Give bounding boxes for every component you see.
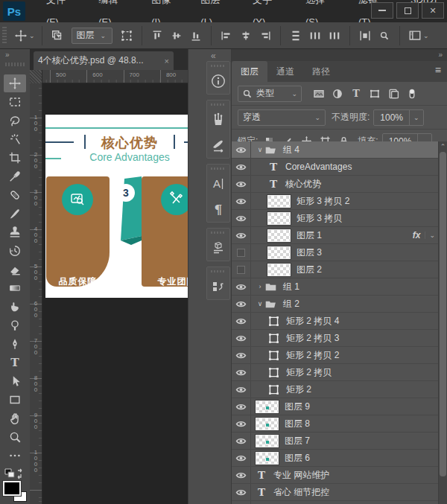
chevron-down-icon[interactable]: ⌄ — [425, 232, 439, 239]
layer-thumbnail[interactable] — [267, 246, 291, 259]
rectangular-marquee-tool[interactable] — [4, 93, 26, 111]
visibility-checkbox[interactable] — [232, 261, 251, 278]
paragraph-panel-icon[interactable]: ¶ — [207, 197, 229, 222]
toolbar-expand-icon[interactable]: » — [5, 51, 9, 59]
layer-thumbnail[interactable] — [256, 418, 279, 430]
visibility-eye-icon[interactable] — [232, 296, 251, 312]
layer-row-省心 细节把控[interactable]: T省心 细节把控 — [232, 484, 439, 501]
clone-source-panel-icon[interactable] — [207, 133, 229, 158]
lasso-tool[interactable] — [4, 112, 26, 130]
eraser-tool[interactable] — [4, 261, 26, 278]
more-tools[interactable] — [4, 447, 26, 465]
layer-row-矩形 3 拷贝[interactable]: 矩形 3 拷贝 — [232, 210, 439, 227]
layer-name[interactable]: 矩形 3 拷贝 2 — [297, 195, 349, 208]
visibility-eye-icon[interactable] — [232, 381, 251, 398]
pen-tool[interactable] — [4, 335, 26, 353]
opacity-field[interactable]: 100% ⌄ — [373, 109, 423, 126]
layer-name[interactable]: 图层 9 — [285, 401, 310, 413]
visibility-eye-icon[interactable] — [232, 141, 251, 158]
layer-name[interactable]: 核心优势 — [285, 178, 321, 191]
show-transform-controls-icon[interactable] — [118, 28, 135, 44]
chevron-down-icon[interactable]: ⌄ — [29, 32, 35, 39]
layer-thumbnail[interactable] — [256, 452, 279, 465]
tab-close-icon[interactable]: × — [165, 57, 169, 66]
foreground-background-swatches[interactable] — [3, 481, 28, 503]
group-collapse-caret[interactable]: ∨ — [256, 146, 264, 153]
canvas-viewport[interactable]: 核心优势 Core Advantages 品质保障 多 — [42, 83, 188, 504]
layer-row-组 1[interactable]: ›组 1 — [232, 278, 439, 296]
hand-tool[interactable] — [4, 409, 26, 427]
layer-row-图层 7[interactable]: 图层 7 — [232, 433, 439, 450]
filter-toggle-icon[interactable] — [405, 88, 419, 100]
ruler-origin-corner[interactable] — [30, 70, 42, 83]
blend-mode-dropdown[interactable]: 穿透⌄ — [238, 109, 326, 126]
visibility-eye-icon[interactable] — [232, 313, 251, 329]
distribute-vertical-icon[interactable] — [288, 28, 304, 44]
maximize-button[interactable] — [396, 2, 419, 19]
layer-row-矩形 2 拷贝 2[interactable]: 矩形 2 拷贝 2 — [232, 347, 439, 364]
layer-row-图层 6[interactable]: 图层 6 — [232, 450, 439, 467]
layer-thumbnail[interactable] — [267, 195, 291, 208]
visibility-eye-icon[interactable] — [232, 176, 251, 192]
auto-select-icon[interactable] — [49, 28, 66, 44]
path-selection-tool[interactable] — [4, 372, 26, 390]
character-panel-icon[interactable]: A — [207, 171, 229, 197]
layer-row-矩形 2 拷贝 3[interactable]: 矩形 2 拷贝 3 — [232, 330, 439, 347]
dock-collapse-icon[interactable]: « — [211, 51, 215, 61]
layer-row-图层 3[interactable]: 图层 3 — [232, 244, 439, 261]
panel-tab-路径[interactable]: 路径 — [303, 61, 339, 82]
layer-row-CoreAdvantages[interactable]: TCoreAdvantages — [232, 159, 439, 176]
adjustment-layer-filter-icon[interactable] — [330, 88, 345, 100]
visibility-eye-icon[interactable] — [232, 364, 251, 380]
toolbar-grip[interactable] — [5, 63, 25, 66]
visibility-eye-icon[interactable] — [232, 415, 251, 432]
scrollbar-thumb[interactable] — [440, 152, 446, 476]
magic-wand-tool[interactable] — [4, 130, 26, 148]
layer-row-专业 网站维护[interactable]: T专业 网站维护 — [232, 467, 439, 484]
align-vertical-centers-icon[interactable] — [168, 28, 185, 44]
panel-expand-icon[interactable]: » — [438, 51, 442, 59]
group-collapse-caret[interactable]: ∨ — [256, 300, 264, 307]
layer-row-图层 1[interactable]: 图层 1fx⌄ — [232, 227, 439, 244]
panel-tab-通道[interactable]: 通道 — [267, 61, 303, 82]
gradient-tool[interactable] — [4, 279, 26, 297]
visibility-eye-icon[interactable] — [232, 501, 251, 504]
distribute-horizontal-icon[interactable] — [307, 28, 323, 44]
options-bar-grip[interactable] — [2, 27, 7, 45]
layer-row-图层 2[interactable]: 图层 2 — [232, 261, 439, 278]
layer-thumbnail[interactable] — [256, 401, 279, 413]
visibility-eye-icon[interactable] — [232, 433, 251, 449]
psd-canvas[interactable]: 核心优势 Core Advantages 品质保障 多 — [45, 115, 188, 298]
visibility-eye-icon[interactable] — [232, 398, 251, 415]
layer-row-核心优势[interactable]: T核心优势 — [232, 176, 439, 193]
crop-tool[interactable] — [4, 149, 26, 167]
shape-layer-filter-icon[interactable] — [367, 88, 382, 100]
layer-name[interactable]: 矩形 2 — [286, 383, 311, 396]
layer-name[interactable]: 组 2 — [283, 298, 299, 310]
3d-panel-icon[interactable] — [207, 235, 229, 261]
group-expand-caret[interactable]: › — [256, 283, 264, 290]
visibility-eye-icon[interactable] — [232, 227, 251, 243]
layer-name[interactable]: 矩形 2 拷贝 3 — [286, 332, 339, 345]
foreground-color-swatch[interactable] — [3, 481, 21, 496]
layer-name[interactable]: 组 4 — [283, 144, 299, 156]
smart-object-filter-icon[interactable] — [386, 88, 401, 100]
workspace-switcher-icon[interactable] — [407, 28, 423, 44]
zoom-tool[interactable] — [4, 428, 26, 446]
layer-row-矩形 2[interactable]: 矩形 2 — [232, 381, 439, 398]
layer-name[interactable]: 矩形 2 拷贝 2 — [286, 349, 339, 362]
layer-name[interactable]: 图层 7 — [285, 435, 310, 447]
layer-row-矩形 3 拷贝 2[interactable]: 矩形 3 拷贝 2 — [232, 193, 439, 210]
layer-thumbnail[interactable] — [267, 264, 291, 276]
scroll-up-icon[interactable]: ⌃ — [439, 143, 447, 150]
layer-name[interactable]: 图层 8 — [285, 418, 310, 430]
layer-name[interactable]: 矩形 3 拷贝 — [297, 212, 342, 225]
layer-name[interactable]: CoreAdvantages — [285, 162, 352, 172]
layer-row-矩形 2 拷贝[interactable]: 矩形 2 拷贝 — [232, 364, 439, 381]
move-tool[interactable] — [4, 74, 26, 92]
visibility-eye-icon[interactable] — [232, 484, 251, 500]
align-horizontal-centers-icon[interactable] — [238, 28, 254, 44]
layer-name[interactable]: 矩形 2 拷贝 4 — [286, 315, 339, 328]
clone-stamp-tool[interactable] — [4, 223, 26, 241]
brush-settings-panel-icon[interactable] — [207, 107, 229, 133]
